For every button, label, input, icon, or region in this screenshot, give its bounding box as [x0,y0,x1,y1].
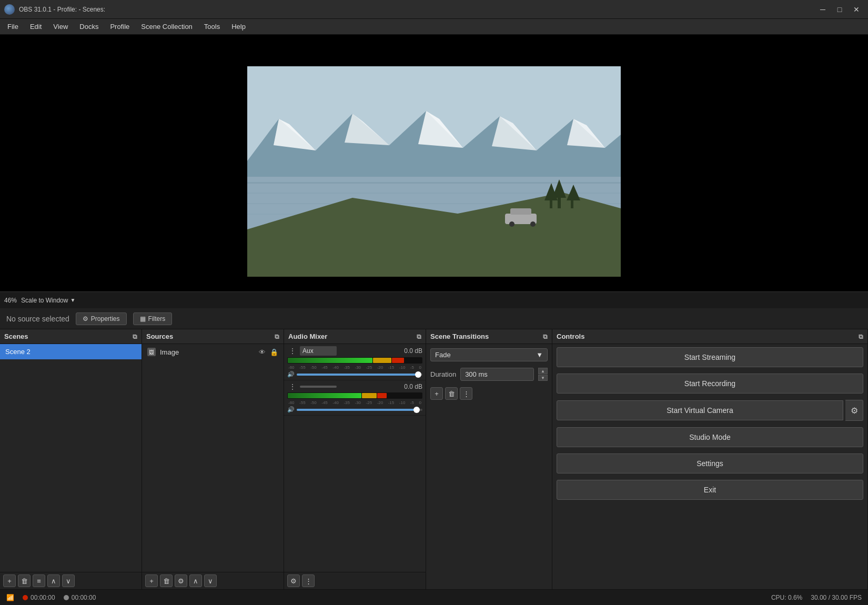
duration-row: Duration 300 ms ▲ ▼ [426,366,552,383]
no-source-label: No source selected [6,315,69,323]
statusbar: 📶 00:00:00 00:00:00 CPU: 0.6% 30.00 / 30… [0,589,868,605]
menubar: File Edit View Docks Profile Scene Colle… [0,19,868,35]
audio-channel-2: ⋮ 0.0 dB -60-55-50-45-40-35-30-25-20-15-… [284,380,426,416]
audio-channel-2-name [300,386,337,388]
controls-popout-icon[interactable]: ⧉ [859,333,863,340]
virtual-camera-settings-icon: ⚙ [851,406,858,416]
settings-button[interactable]: Settings [557,453,863,473]
audio-channel-1-mute-icon[interactable]: 🔊 [287,371,295,378]
titlebar-title: OBS 31.0.1 - Profile: - Scenes: [19,6,105,13]
duration-down-button[interactable]: ▼ [538,375,548,381]
audio-channel-2-more[interactable]: ⋮ [287,382,298,391]
menu-edit[interactable]: Edit [25,21,47,33]
sources-remove-button[interactable]: 🗑 [160,574,173,587]
menu-view[interactable]: View [48,21,73,33]
source-image-icon: 🖼 [147,348,156,356]
audio-popout-icon[interactable]: ⧉ [417,333,421,340]
transition-dropdown[interactable]: Fade ▼ [430,348,548,361]
transitions-more-button[interactable]: ⋮ [460,387,472,400]
audio-channels-list: ⋮ Aux 0.0 dB -60-55-50-45-40-35-30-25-20… [284,344,426,572]
menu-tools[interactable]: Tools [199,21,225,33]
audio-channel-1: ⋮ Aux 0.0 dB -60-55-50-45-40-35-30-25-20… [284,344,426,380]
scale-mode-arrow: ▼ [70,297,75,303]
scenes-popout-icon[interactable]: ⧉ [133,333,137,340]
duration-spinners: ▲ ▼ [538,368,548,381]
sources-popout-icon[interactable]: ⧉ [275,333,279,340]
menu-help[interactable]: Help [226,21,251,33]
scenes-add-button[interactable]: + [3,574,16,587]
audio-channel-2-db: 0.0 dB [404,383,422,390]
scenes-remove-button[interactable]: 🗑 [18,574,31,587]
duration-input[interactable]: 300 ms [460,368,534,381]
audio-channel-2-mute-icon[interactable]: 🔊 [287,406,295,413]
scene-item-scene2[interactable]: Scene 2 [0,344,142,359]
sources-panel: Sources ⧉ 🖼 Image 👁 🔒 + 🗑 ⚙ ∧ ∨ [142,329,284,589]
transitions-popout-icon[interactable]: ⧉ [543,333,548,340]
obs-logo [4,4,15,15]
preview-svg [247,66,621,277]
audio-meter-labels: -60-55-50-45-40-35-30-25-20-15-10-50 [287,365,422,370]
scenes-panel-header: Scenes ⧉ [0,329,142,344]
signal-strength-item: 📶 [6,594,14,601]
panels-row: Scenes ⧉ Scene 2 + 🗑 ≡ ∧ ∨ Sources ⧉ 🖼 I… [0,329,868,589]
menu-scene-collection[interactable]: Scene Collection [136,21,198,33]
svg-rect-8 [247,182,621,184]
sources-down-button[interactable]: ∨ [204,574,217,587]
scenes-filter-button[interactable]: ≡ [33,574,45,587]
sources-up-button[interactable]: ∧ [189,574,202,587]
svg-point-22 [530,221,536,227]
exit-button[interactable]: Exit [557,480,863,500]
audio-channel-2-header: ⋮ 0.0 dB [287,382,422,391]
source-lock-icon[interactable]: 🔒 [270,348,278,356]
sources-footer: + 🗑 ⚙ ∧ ∨ [142,572,284,589]
source-item-image[interactable]: 🖼 Image 👁 🔒 [142,344,284,360]
audio-channel-2-volume-row: 🔊 [287,406,422,413]
menu-file[interactable]: File [2,21,24,33]
audio-settings-button[interactable]: ⚙ [287,574,300,587]
filters-button[interactable]: ▦ Filters [133,312,173,325]
audio-channel-1-header: ⋮ Aux 0.0 dB [287,346,422,356]
minimize-button[interactable]: ─ [815,2,830,17]
scale-mode-dropdown[interactable]: Scale to Window ▼ [21,297,75,304]
scenes-up-button[interactable]: ∧ [47,574,60,587]
transitions-remove-button[interactable]: 🗑 [445,387,458,400]
stream-time-item: 00:00:00 [23,594,55,601]
sources-panel-header: Sources ⧉ [142,329,284,344]
close-button[interactable]: ✕ [849,2,864,17]
audio-channel-1-volume-slider[interactable] [297,374,422,376]
zoom-level: 46% [4,297,17,304]
titlebar: OBS 31.0.1 - Profile: - Scenes: ─ □ ✕ [0,0,868,19]
filters-icon: ▦ [140,315,146,322]
audio-panel-title: Audio Mixer [288,332,327,340]
virtual-camera-row: Start Virtual Camera ⚙ [557,400,863,421]
sources-list: 🖼 Image 👁 🔒 [142,344,284,572]
transitions-add-button[interactable]: + [430,387,443,400]
transitions-panel-header: Scene Transitions ⧉ [426,329,552,344]
maximize-button[interactable]: □ [832,2,847,17]
sources-panel-title: Sources [146,332,173,340]
menu-profile[interactable]: Profile [105,21,135,33]
audio-more-button[interactable]: ⋮ [302,574,315,587]
fps-display: 30.00 / 30.00 FPS [811,594,862,601]
audio-channel-1-meter [287,357,422,364]
start-virtual-camera-button[interactable]: Start Virtual Camera [557,400,843,420]
virtual-camera-settings-button[interactable]: ⚙ [845,400,863,421]
start-streaming-button[interactable]: Start Streaming [557,347,863,367]
duration-up-button[interactable]: ▲ [538,368,548,374]
audio-channel-2-volume-slider[interactable] [297,409,422,411]
svg-rect-20 [510,208,531,215]
start-recording-button[interactable]: Start Recording [557,374,863,394]
properties-button[interactable]: ⚙ Properties [76,312,127,325]
sources-settings-button[interactable]: ⚙ [175,574,187,587]
preview-toolbar: 46% Scale to Window ▼ [0,291,868,308]
preview-canvas [247,66,621,277]
scenes-panel: Scenes ⧉ Scene 2 + 🗑 ≡ ∧ ∨ [0,329,142,589]
audio-channel-1-more[interactable]: ⋮ [287,347,298,355]
source-visibility-icon[interactable]: 👁 [259,348,266,356]
sources-add-button[interactable]: + [145,574,158,587]
scenes-down-button[interactable]: ∨ [62,574,75,587]
stream-dot-icon [64,595,69,600]
audio-channel-1-db: 0.0 dB [404,347,422,355]
menu-docks[interactable]: Docks [74,21,104,33]
studio-mode-button[interactable]: Studio Mode [557,427,863,447]
